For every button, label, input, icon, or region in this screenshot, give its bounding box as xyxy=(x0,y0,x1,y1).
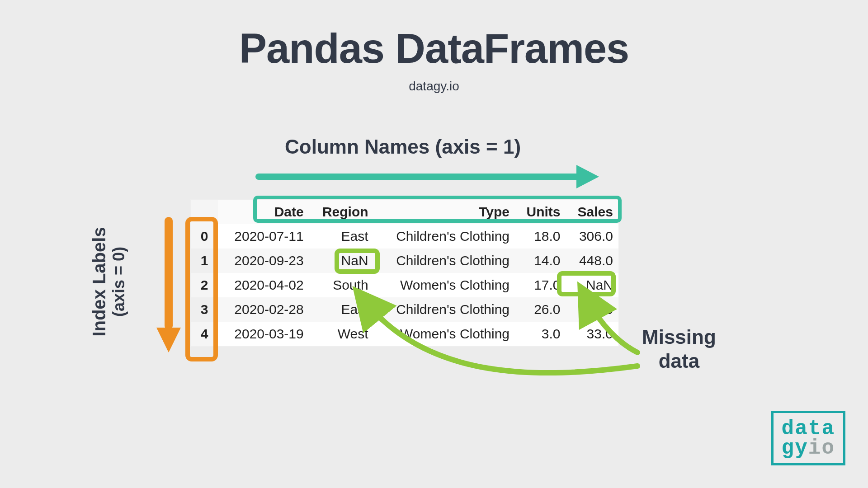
columns-axis-label: Column Names (axis = 1) xyxy=(285,136,521,158)
cell: South xyxy=(309,273,374,297)
page-title: Pandas DataFrames xyxy=(0,25,868,72)
cell-missing: NaN xyxy=(309,249,374,273)
col-header: Sales xyxy=(566,200,618,224)
brand-logo-line2b: io xyxy=(808,436,835,460)
cell: 448.0 xyxy=(566,249,618,273)
brand-logo-line2a: gy xyxy=(782,436,808,460)
row-index: 1 xyxy=(191,249,218,273)
cell: 18.0 xyxy=(515,224,566,249)
row-index: 2 xyxy=(191,273,218,297)
cell-missing: NaN xyxy=(566,273,618,297)
cell: 26.0 xyxy=(515,297,566,322)
cell: 2020-04-02 xyxy=(218,273,309,297)
missing-data-label-line1: Missing xyxy=(642,325,716,349)
cell: 3.0 xyxy=(515,322,566,346)
row-index: 3 xyxy=(191,297,218,322)
cell: Women's Clothing xyxy=(374,322,515,346)
cell: Children's Clothing xyxy=(374,224,515,249)
col-header: Units xyxy=(515,200,566,224)
table-header-row: Date Region Type Units Sales xyxy=(191,200,618,224)
cell: 33.0 xyxy=(566,322,618,346)
missing-data-label: Missing data xyxy=(642,325,716,373)
col-header: Date xyxy=(218,200,309,224)
page-subtitle: datagy.io xyxy=(0,79,868,94)
table-row: 1 2020-09-23 NaN Children's Clothing 14.… xyxy=(191,249,618,273)
cell: East xyxy=(309,297,374,322)
col-header: Region xyxy=(309,200,374,224)
brand-logo: data gyio xyxy=(771,411,845,465)
index-header-blank xyxy=(191,200,218,224)
cell: Children's Clothing xyxy=(374,297,515,322)
cell: Women's Clothing xyxy=(374,273,515,297)
row-index: 4 xyxy=(191,322,218,346)
cell: 14.0 xyxy=(515,249,566,273)
index-axis-label-line1: Index Labels xyxy=(89,201,109,363)
cell: 306.0 xyxy=(566,224,618,249)
table-row: 2 2020-04-02 South Women's Clothing 17.0… xyxy=(191,273,618,297)
cell: 832.0 xyxy=(566,297,618,322)
brand-logo-line1: data xyxy=(782,419,835,439)
index-axis-arrow-icon xyxy=(158,217,181,352)
col-header: Type xyxy=(374,200,515,224)
index-axis-label-line2: (axis = 0) xyxy=(109,201,128,363)
columns-axis-arrow-icon xyxy=(255,167,599,185)
table-row: 3 2020-02-28 East Children's Clothing 26… xyxy=(191,297,618,322)
cell: 2020-02-28 xyxy=(218,297,309,322)
cell: Children's Clothing xyxy=(374,249,515,273)
table-row: 0 2020-07-11 East Children's Clothing 18… xyxy=(191,224,618,249)
cell: 17.0 xyxy=(515,273,566,297)
dataframe-table: Date Region Type Units Sales 0 2020-07-1… xyxy=(190,199,619,347)
row-index: 0 xyxy=(191,224,218,249)
missing-data-label-line2: data xyxy=(642,349,716,373)
cell: West xyxy=(309,322,374,346)
cell: 2020-07-11 xyxy=(218,224,309,249)
cell: 2020-09-23 xyxy=(218,249,309,273)
cell: 2020-03-19 xyxy=(218,322,309,346)
table-row: 4 2020-03-19 West Women's Clothing 3.0 3… xyxy=(191,322,618,346)
cell: East xyxy=(309,224,374,249)
